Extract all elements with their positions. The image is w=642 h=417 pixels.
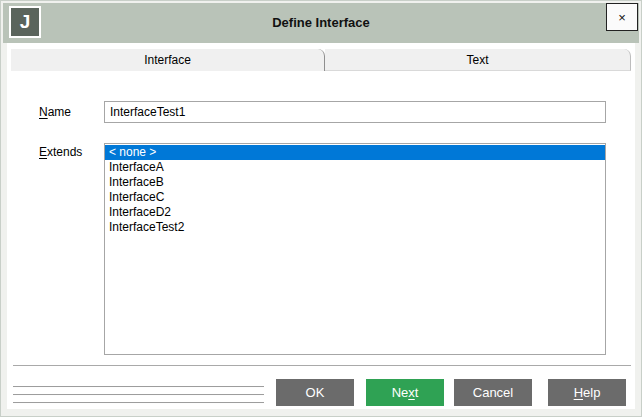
extends-listbox[interactable]: < none > InterfaceA InterfaceB Interface… bbox=[104, 143, 606, 355]
close-button[interactable]: × bbox=[606, 3, 638, 31]
list-item-interface-d2[interactable]: InterfaceD2 bbox=[105, 205, 605, 220]
name-input[interactable] bbox=[104, 101, 606, 123]
footer-separator bbox=[13, 365, 631, 367]
list-item-interface-b[interactable]: InterfaceB bbox=[105, 175, 605, 190]
help-button[interactable]: Help bbox=[548, 379, 626, 406]
next-button[interactable]: Next bbox=[366, 379, 444, 406]
dialog-title: Define Interface bbox=[3, 15, 639, 30]
list-item-interface-test2[interactable]: InterfaceTest2 bbox=[105, 220, 605, 235]
list-item-none[interactable]: < none > bbox=[105, 145, 605, 160]
extends-label: Extends bbox=[39, 145, 82, 159]
tab-interface-label: Interface bbox=[144, 53, 191, 67]
name-label: Name bbox=[39, 105, 71, 119]
tab-text-label: Text bbox=[466, 53, 488, 67]
list-item-interface-a[interactable]: InterfaceA bbox=[105, 160, 605, 175]
title-bar[interactable]: J Define Interface × bbox=[3, 3, 639, 43]
close-icon: × bbox=[618, 11, 626, 24]
list-item-interface-c[interactable]: InterfaceC bbox=[105, 190, 605, 205]
cancel-button[interactable]: Cancel bbox=[454, 379, 532, 406]
dialog-content: Interface Text Name Extends < none > Int… bbox=[7, 43, 635, 409]
grip-line bbox=[13, 394, 264, 396]
ok-button[interactable]: OK bbox=[276, 379, 354, 406]
tab-bar: Interface Text bbox=[11, 49, 631, 71]
dialog-window: J Define Interface × Interface Text Name… bbox=[0, 0, 642, 417]
grip-line bbox=[13, 386, 264, 388]
grip-line bbox=[13, 402, 264, 404]
tab-interface[interactable]: Interface bbox=[11, 49, 325, 71]
tab-text[interactable]: Text bbox=[325, 49, 631, 71]
